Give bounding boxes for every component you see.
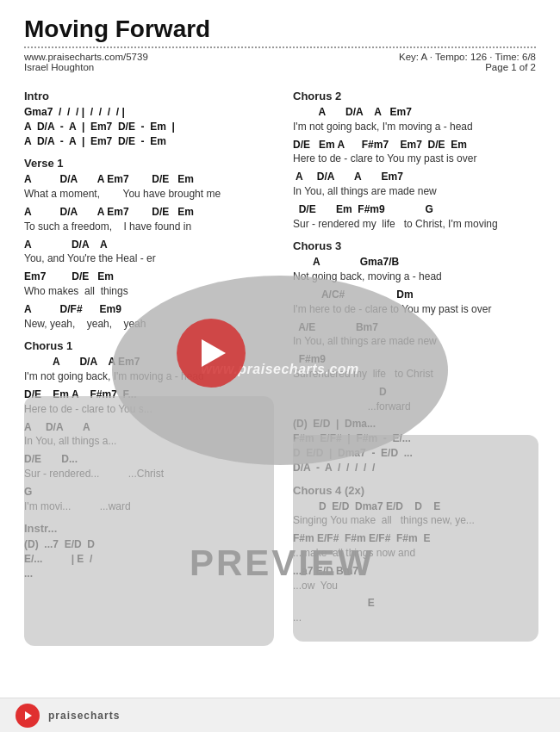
- chorus3-stanza-3: A/E Bm7 In You, all things are made new: [293, 320, 536, 350]
- verse1-stanza-3: A D/A A You, and You're the Heal - er: [24, 238, 267, 267]
- page-title: Moving Forward: [24, 16, 536, 43]
- chorus2-stanza-1: A D/A A Em7 I'm not going back, I'm movi…: [293, 105, 536, 134]
- chorus2-stanza-4: D/E Em F#m9 G Sur - rendered my life to …: [293, 202, 536, 232]
- bottom-bar: praisecharts: [0, 698, 560, 732]
- intro-line-3: A D/A - A | Em7 D/E - Em: [24, 134, 267, 149]
- meta-row: www.praisecharts.com/5739 Israel Houghto…: [24, 52, 536, 72]
- intro-line-1: Gma7 / / / | / / / / |: [24, 105, 267, 120]
- verse1-stanza-2: A D/A A Em7 D/E Em To such a freedom, I …: [24, 205, 267, 234]
- svg-marker-0: [25, 711, 32, 720]
- bottom-logo-text: praisecharts: [48, 710, 120, 722]
- chorus3-stanza-5: D ...forward: [293, 385, 536, 414]
- play-logo-icon: [21, 709, 34, 723]
- chorus2-label: Chorus 2: [293, 90, 536, 102]
- chorus3-stanza-1: A Gma7/B Not going back, moving a - head: [293, 255, 536, 284]
- logo-circle: [16, 704, 40, 728]
- intro-label: Intro: [24, 90, 267, 102]
- title-divider: [24, 47, 536, 48]
- gray-overlay-left: [24, 396, 274, 646]
- verse1-stanza-1: A D/A A Em7 D/E Em What a moment, You ha…: [24, 172, 267, 202]
- chorus3-stanza-4: F#m9 Surrendered my life to Christ: [293, 352, 536, 382]
- intro-stanza: Gma7 / / / | / / / / | A D/A - A | Em7 D…: [24, 105, 267, 148]
- verse1-stanza-4: Em7 D/E Em Who makes all things: [24, 270, 267, 299]
- verse1-stanza-5: A D/F# Em9 New, yeah, yeah, yeah: [24, 302, 267, 332]
- url-artist: www.praisecharts.com/5739 Israel Houghto…: [24, 52, 148, 72]
- chorus2-stanza-2: D/E Em A F#m7 Em7 D/E Em Here to de - cl…: [293, 138, 536, 167]
- verse1-label: Verse 1: [24, 157, 267, 170]
- chorus3-stanza-2: A/C# Dm I'm here to de - clare to You my…: [293, 288, 536, 317]
- chorus3-label: Chorus 3: [293, 239, 536, 252]
- chorus2-stanza-3: A D/A A Em7 In You, all things are made …: [293, 170, 536, 199]
- key-tempo-time: Key: A · Tempo: 126 · Time: 6/8 Page 1 o…: [399, 52, 536, 72]
- intro-line-2: A D/A - A | Em7 D/E - Em |: [24, 120, 267, 134]
- chorus1-label: Chorus 1: [24, 339, 267, 352]
- page-container: Moving Forward www.praisecharts.com/5739…: [0, 0, 560, 732]
- chorus1-stanza-1: A D/A A Em7 I'm not going back, I'm movi…: [24, 355, 267, 384]
- gray-overlay-right: [293, 435, 538, 642]
